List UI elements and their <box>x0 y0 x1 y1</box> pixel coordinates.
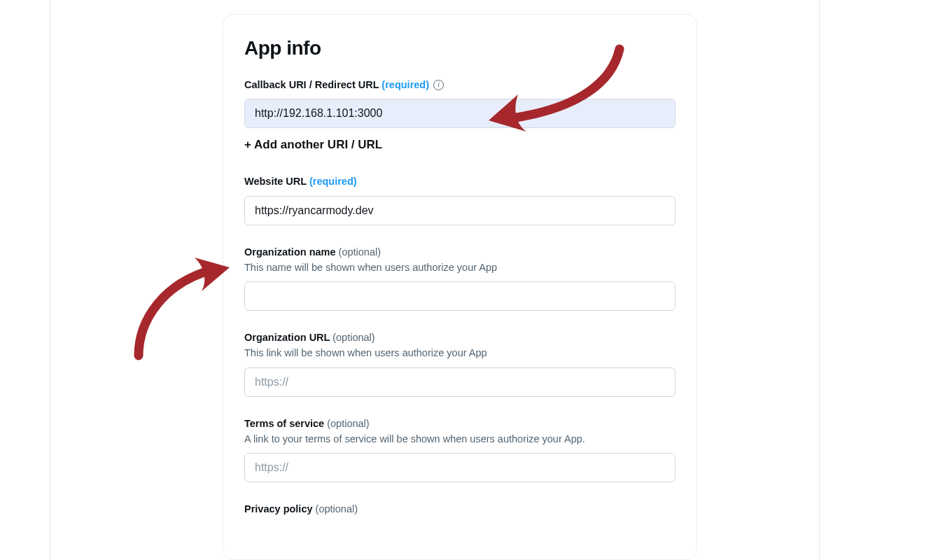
org-url-label-row: Organization URL (optional) <box>244 330 676 344</box>
org-url-help: This link will be shown when users autho… <box>244 346 676 360</box>
callback-label: Callback URI / Redirect URL (required) <box>244 78 429 92</box>
privacy-label-text: Privacy policy <box>244 503 313 514</box>
org-name-input[interactable] <box>244 281 676 311</box>
org-name-label: Organization name (optional) <box>244 246 381 258</box>
tos-field: Terms of service (optional) A link to yo… <box>244 416 676 483</box>
callback-uri-input[interactable] <box>244 99 676 128</box>
website-required-tag: (required) <box>309 176 357 187</box>
callback-uri-field: Callback URI / Redirect URL (required) i… <box>244 78 676 156</box>
org-name-optional-tag: (optional) <box>339 246 381 258</box>
org-url-field: Organization URL (optional) This link wi… <box>244 330 676 397</box>
website-url-field: Website URL (required) <box>244 174 676 225</box>
org-name-field: Organization name (optional) This name w… <box>244 245 676 312</box>
app-info-card: App info Callback URI / Redirect URL (re… <box>223 14 697 560</box>
callback-label-text: Callback URI / Redirect URL <box>244 79 379 90</box>
privacy-optional-tag: (optional) <box>316 503 358 514</box>
page-title: App info <box>244 37 676 59</box>
org-name-label-text: Organization name <box>244 246 336 258</box>
info-icon[interactable]: i <box>433 80 444 90</box>
org-url-label-text: Organization URL <box>244 332 330 343</box>
org-name-label-row: Organization name (optional) <box>244 245 676 259</box>
callback-required-tag: (required) <box>382 79 429 90</box>
org-url-optional-tag: (optional) <box>332 332 374 343</box>
tos-help: A link to your terms of service will be … <box>244 432 676 446</box>
website-url-input[interactable] <box>244 196 676 225</box>
tos-label: Terms of service (optional) <box>244 418 370 429</box>
left-panel-edge <box>0 0 50 560</box>
website-label-row: Website URL (required) <box>244 174 676 188</box>
website-label: Website URL (required) <box>244 174 357 188</box>
tos-label-row: Terms of service (optional) <box>244 416 676 430</box>
annotation-arrow-icon <box>125 258 237 363</box>
privacy-label: Privacy policy (optional) <box>244 503 358 514</box>
add-another-uri-button[interactable]: + Add another URI / URL <box>244 138 382 152</box>
callback-label-row: Callback URI / Redirect URL (required) i <box>244 78 676 92</box>
tos-optional-tag: (optional) <box>327 418 369 429</box>
website-label-text: Website URL <box>244 176 307 187</box>
org-url-input[interactable] <box>244 368 676 397</box>
privacy-label-row: Privacy policy (optional) <box>244 502 676 516</box>
org-name-help: This name will be shown when users autho… <box>244 260 676 274</box>
tos-label-text: Terms of service <box>244 418 324 429</box>
privacy-field: Privacy policy (optional) <box>244 502 676 516</box>
right-panel-edge <box>819 0 938 560</box>
tos-input[interactable] <box>244 453 676 482</box>
org-url-label: Organization URL (optional) <box>244 332 375 343</box>
